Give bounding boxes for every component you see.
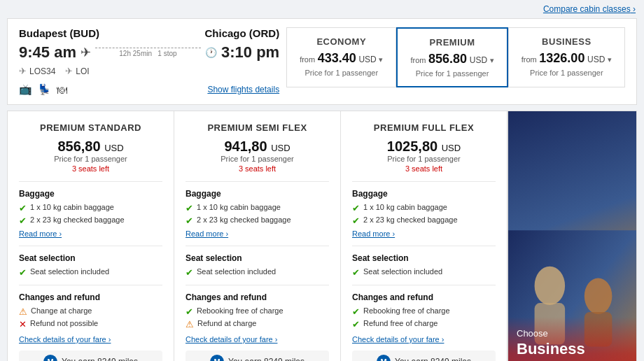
fare-title-standard: PREMIUM STANDARD: [19, 122, 162, 133]
green-check-icon: ✔: [186, 215, 193, 226]
fare-seats-standard: 3 seats left: [19, 164, 162, 173]
business-dropdown[interactable]: ▾: [608, 55, 612, 64]
changes-title-fullflex: Changes and refund: [352, 292, 496, 302]
flight-duration: 12h 25min 1 stop: [119, 50, 176, 57]
business-price-col[interactable]: BUSINESS from 1326.00 USD ▾ Price for 1 …: [508, 27, 625, 87]
meal-icon: 🍽: [57, 84, 67, 96]
changes-title-standard: Changes and refund: [19, 292, 162, 302]
economy-price: 433.40: [318, 51, 356, 65]
business-promo-card: Choose Business + 695,20 USD (per passen…: [507, 111, 637, 361]
fare-price-note-semiflex: Price for 1 passenger: [186, 155, 329, 163]
green-check-icon: ✔: [352, 215, 360, 226]
check-details-fullflex[interactable]: Check details of your fare ›: [352, 335, 496, 344]
baggage-title-fullflex: Baggage: [352, 189, 496, 199]
green-seat-icon: ✔: [186, 267, 193, 278]
fare-title-semiflex: PREMIUM SEMI FLEX: [186, 122, 329, 133]
green-check-icon: ✔: [19, 203, 27, 213]
clock-icon: 🕐: [205, 47, 217, 58]
green-check-icon: ✔: [186, 203, 193, 213]
fare-seats-fullflex: 3 seats left: [352, 164, 496, 173]
miles-text-semiflex: You earn 8249 miles: [228, 357, 304, 361]
change-item: ✕ Refund not possible: [19, 319, 162, 330]
miles-row-standard: M You earn 8249 miles: [19, 351, 162, 361]
economy-price-col[interactable]: ECONOMY from 433.40 USD ▾ Price for 1 pa…: [286, 27, 396, 87]
change-item: ✔ Refund free of charge: [352, 319, 496, 330]
flight-code-1: ✈ LOS34: [19, 66, 55, 76]
green-seat-icon: ✔: [19, 267, 27, 278]
wifi-icon: 📺: [19, 83, 32, 96]
compare-cabin-link[interactable]: Compare cabin classes: [543, 4, 631, 14]
fare-price-note-fullflex: Price for 1 passenger: [352, 155, 496, 163]
baggage-item: ✔ 2 x 23 kg checked baggage: [352, 215, 496, 226]
miles-row-semiflex: M You earn 8249 miles: [186, 351, 329, 361]
change-item: ✔ Rebooking free of charge: [352, 306, 496, 317]
premium-price: 856.80: [428, 52, 467, 66]
miles-badge-standard: M: [43, 355, 57, 361]
orange-change-icon: ⚠: [19, 306, 27, 317]
fare-price-note-standard: Price for 1 passenger: [19, 155, 162, 163]
seat-item: ✔ Seat selection included: [186, 267, 329, 278]
premium-dropdown[interactable]: ▾: [490, 56, 494, 64]
seat-selection-title-semiflex: Seat selection: [186, 253, 329, 263]
change-item: ✔ Rebooking free of charge: [186, 306, 329, 317]
miles-badge-fullflex: M: [377, 355, 391, 361]
green-change-icon: ✔: [186, 306, 193, 317]
read-more-baggage-standard[interactable]: Read more ›: [19, 229, 62, 238]
check-details-semiflex[interactable]: Check details of your fare ›: [186, 335, 329, 344]
miles-text-fullflex: You earn 8249 miles: [395, 357, 471, 361]
seat-item: ✔ Seat selection included: [352, 267, 496, 278]
baggage-item: ✔ 1 x 10 kg cabin baggage: [19, 203, 162, 213]
amenities-row: 📺 💺 🍽: [19, 83, 67, 96]
fare-price-standard: 856,80 USD: [19, 139, 162, 155]
check-details-standard[interactable]: Check details of your fare ›: [19, 335, 162, 344]
fare-cards: PREMIUM STANDARD 856,80 USD Price for 1 …: [7, 111, 507, 361]
change-item: ⚠ Change at charge: [19, 306, 162, 317]
promo-business-label: Business: [517, 340, 628, 358]
seat-item: ✔ Seat selection included: [19, 267, 162, 278]
plane-icon: ✈: [80, 45, 91, 60]
miles-text-standard: You earn 8249 miles: [62, 357, 138, 361]
baggage-item: ✔ 2 x 23 kg checked baggage: [19, 215, 162, 226]
green-check-icon: ✔: [352, 203, 360, 213]
read-more-baggage-semiflex[interactable]: Read more ›: [186, 229, 228, 238]
read-more-baggage-fullflex[interactable]: Read more ›: [352, 229, 395, 238]
orange-change-icon: ⚠: [186, 319, 194, 330]
baggage-title-standard: Baggage: [19, 189, 162, 199]
fare-price-semiflex: 941,80 USD: [186, 139, 329, 155]
seat-selection-title-standard: Seat selection: [19, 253, 162, 263]
green-change-icon: ✔: [352, 319, 360, 330]
flight-header-card: Budapest (BUD) Chicago (ORD) 9:45 am ✈ 1…: [7, 18, 637, 105]
seat-selection-title-fullflex: Seat selection: [352, 253, 496, 263]
fare-card-standard: PREMIUM STANDARD 856,80 USD Price for 1 …: [8, 111, 174, 361]
fare-card-fullflex: PREMIUM FULL FLEX 1025,80 USD Price for …: [341, 111, 507, 361]
economy-dropdown[interactable]: ▾: [379, 55, 383, 64]
destination-city: Chicago (ORD): [204, 27, 279, 39]
premium-price-col[interactable]: PREMIUM from 856.80 USD ▾ Price for 1 pa…: [396, 27, 507, 87]
cards-area: PREMIUM STANDARD 856,80 USD Price for 1 …: [7, 111, 637, 361]
green-check-icon: ✔: [19, 215, 27, 226]
svg-point-3: [584, 278, 612, 313]
flight-code-2: ✈ LOI: [65, 66, 89, 76]
fare-seats-semiflex: 3 seats left: [186, 164, 329, 173]
fare-title-fullflex: PREMIUM FULL FLEX: [352, 122, 496, 133]
promo-choose-label: Choose: [517, 328, 628, 339]
baggage-item: ✔ 1 x 10 kg cabin baggage: [186, 203, 329, 213]
baggage-item: ✔ 2 x 23 kg checked baggage: [186, 215, 329, 226]
miles-badge-semiflex: M: [210, 355, 224, 361]
green-change-icon: ✔: [352, 306, 360, 317]
promo-image: Choose Business + 695,20 USD (per passen…: [508, 111, 636, 361]
changes-title-semiflex: Changes and refund: [186, 292, 329, 302]
green-seat-icon: ✔: [352, 267, 360, 278]
fare-card-semiflex: PREMIUM SEMI FLEX 941,80 USD Price for 1…: [174, 111, 341, 361]
price-columns: ECONOMY from 433.40 USD ▾ Price for 1 pa…: [286, 27, 625, 87]
red-change-icon: ✕: [19, 319, 27, 330]
baggage-title-semiflex: Baggage: [186, 189, 329, 199]
business-price: 1326.00: [539, 51, 584, 65]
fare-price-fullflex: 1025,80 USD: [352, 139, 496, 155]
svg-point-1: [535, 267, 566, 305]
miles-row-fullflex: M You earn 8249 miles: [352, 351, 496, 361]
origin-city: Budapest (BUD): [19, 27, 99, 39]
show-details-link[interactable]: Show flights details: [207, 85, 279, 94]
baggage-item: ✔ 1 x 10 kg cabin baggage: [352, 203, 496, 213]
arrive-time: 3:10 pm: [221, 43, 279, 62]
